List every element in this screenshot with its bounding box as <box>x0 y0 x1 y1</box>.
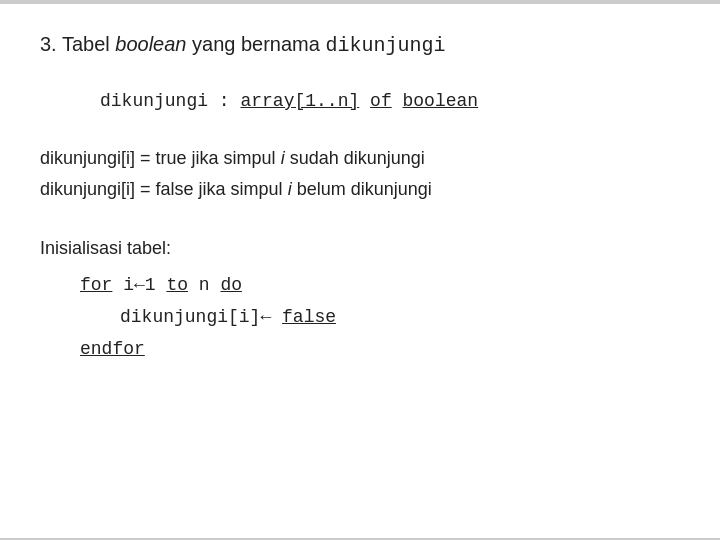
body-text: dikunjungi[i]← <box>120 307 282 327</box>
false-kw: false <box>282 307 336 327</box>
page-container: 3. Tabel boolean yang bernama dikunjungi… <box>0 0 720 540</box>
for-kw: for <box>80 275 112 295</box>
code-of-kw: of <box>370 91 392 111</box>
body-line: dikunjungi[i]← false <box>120 301 680 333</box>
desc2-suffix: belum dikunjungi <box>292 179 432 199</box>
desc2-prefix: dikunjungi[i] = false jika simpul <box>40 179 288 199</box>
description-line-1: dikunjungi[i] = true jika simpul i sudah… <box>40 143 680 174</box>
title-mono: dikunjungi <box>325 34 445 57</box>
description-line-2: dikunjungi[i] = false jika simpul i belu… <box>40 174 680 205</box>
desc1-prefix: dikunjungi[i] = true jika simpul <box>40 148 281 168</box>
code-array-kw: array[1..n] <box>240 91 359 111</box>
endfor-line: endfor <box>80 333 680 365</box>
init-block: Inisialisasi tabel: for i←1 to n do diku… <box>40 232 680 366</box>
section-number: 3. <box>40 33 57 55</box>
for-line: for i←1 to n do <box>80 269 680 301</box>
section-title: 3. Tabel boolean yang bernama dikunjungi <box>40 30 680 60</box>
code-colon: : <box>208 91 240 111</box>
title-italic: boolean <box>115 33 186 55</box>
for-body: i←1 <box>112 275 166 295</box>
code-boolean-kw: boolean <box>403 91 479 111</box>
code-array-block: dikunjungi : array[1..n] of boolean <box>100 88 680 115</box>
endfor-kw: endfor <box>80 339 145 359</box>
description-block: dikunjungi[i] = true jika simpul i sudah… <box>40 143 680 204</box>
title-rest: yang bernama <box>186 33 325 55</box>
top-border <box>0 0 720 4</box>
init-label: Inisialisasi tabel: <box>40 232 680 264</box>
title-text: Tabel <box>62 33 115 55</box>
do-kw: do <box>220 275 242 295</box>
code-var: dikunjungi <box>100 91 208 111</box>
for-body2: n <box>188 275 220 295</box>
to-kw: to <box>166 275 188 295</box>
desc1-suffix: sudah dikunjungi <box>285 148 425 168</box>
